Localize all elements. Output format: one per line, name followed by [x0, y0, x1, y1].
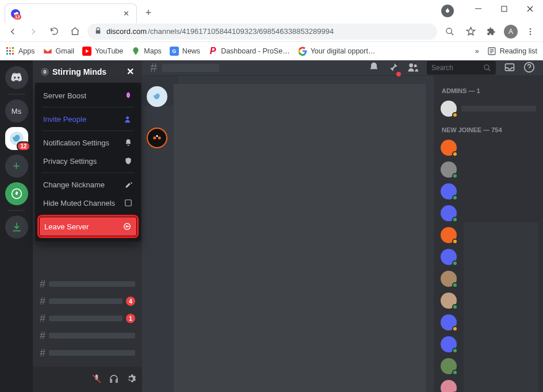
channel-sidebar: 0Stirring Minds ✕ Server Boost Invite Pe… [33, 60, 142, 392]
server-menu: Server Boost Invite People Notification … [35, 83, 141, 241]
close-icon[interactable]: ✕ [127, 66, 134, 77]
search-icon [483, 64, 491, 72]
menu-label: Server Boost [43, 91, 86, 100]
server-header[interactable]: 0Stirring Minds ✕ [33, 60, 142, 83]
svg-point-4 [530, 30, 531, 32]
window-minimize-button[interactable] [465, 0, 491, 17]
channel-item[interactable]: #4 [36, 293, 139, 310]
nav-reload-button[interactable] [46, 24, 62, 40]
browser-toolbar: discord.com/channels/419617105844109323/… [0, 21, 543, 42]
bookmark-star-icon[interactable] [462, 24, 479, 40]
menu-invite-people[interactable]: Invite People [39, 110, 137, 128]
svg-rect-12 [6, 53, 8, 55]
reading-list-button[interactable]: Reading list [487, 47, 537, 56]
deafen-icon[interactable] [109, 374, 119, 386]
bookmarks-bar: Apps Gmail YouTube Maps GNews PDashboard… [0, 42, 543, 60]
channel-title [162, 64, 219, 72]
browser-profile-avatar[interactable]: A [504, 25, 518, 39]
menu-hide-muted[interactable]: Hide Muted Channels [39, 194, 137, 212]
bookmark-label: Maps [144, 47, 162, 55]
guild-rail: Ms 12 + [0, 60, 33, 392]
svg-point-5 [530, 33, 531, 35]
lock-icon [94, 27, 102, 36]
embedded-image[interactable] [174, 84, 426, 392]
guild-ms[interactable]: Ms [5, 99, 28, 122]
channel-item[interactable]: # [36, 344, 139, 362]
browser-tab[interactable]: 12 ✕ [5, 3, 137, 23]
zoom-search-icon[interactable] [442, 24, 458, 40]
guild-download-button[interactable] [5, 216, 28, 239]
member-item[interactable] [438, 137, 538, 159]
bookmark-news[interactable]: GNews [170, 47, 200, 56]
svg-rect-9 [6, 50, 8, 52]
guild-add-button[interactable]: + [5, 155, 28, 178]
members-overlay-image [464, 222, 538, 392]
member-item[interactable] [438, 159, 538, 180]
bookmark-digital[interactable]: Your digital opport… [298, 47, 376, 56]
url-field[interactable]: discord.com/channels/419617105844109323/… [87, 24, 437, 40]
member-item[interactable] [438, 202, 538, 224]
bookmarks-overflow[interactable]: » [475, 47, 479, 55]
extensions-icon[interactable] [483, 24, 499, 40]
mute-icon[interactable] [91, 374, 102, 386]
help-icon[interactable] [523, 62, 535, 75]
new-tab-button[interactable]: + [140, 5, 156, 21]
svg-rect-6 [6, 47, 8, 49]
message-avatar[interactable] [147, 128, 167, 148]
guild-home[interactable] [5, 66, 28, 89]
pencil-icon [124, 180, 133, 189]
bookmark-dashboard[interactable]: PDashboard - ProSe… [208, 47, 290, 56]
menu-leave-server[interactable]: Leave Server [40, 217, 136, 236]
bookmark-gmail[interactable]: Gmail [43, 47, 75, 56]
member-item[interactable] [438, 98, 538, 120]
gear-icon[interactable] [126, 374, 136, 386]
unread-badge: 4 [126, 297, 135, 306]
user-area [33, 367, 142, 392]
maps-icon [131, 47, 140, 56]
svg-rect-10 [9, 50, 11, 52]
bell-icon [124, 138, 133, 147]
svg-rect-13 [9, 53, 11, 55]
nav-forward-button[interactable] [25, 24, 41, 40]
browser-menu-icon[interactable] [522, 24, 538, 40]
members-panel: ADMINS — 1 NEW JOINEE — 754 [434, 76, 543, 392]
bookmark-youtube[interactable]: YouTube [82, 47, 123, 56]
guild-selected[interactable]: 12 [5, 127, 28, 150]
discord-app: Ms 12 + 0Stirring Minds ✕ Server Boost I… [0, 60, 543, 392]
search-input[interactable]: Search [427, 61, 496, 75]
inbox-icon[interactable] [504, 62, 515, 75]
menu-change-nickname[interactable]: Change Nickname [39, 175, 137, 194]
svg-point-30 [156, 135, 158, 137]
guild-badge: 12 [17, 141, 30, 151]
reading-list-icon [487, 47, 496, 56]
window-close-button[interactable] [517, 0, 543, 17]
menu-notification-settings[interactable]: Notification Settings [39, 133, 137, 152]
hash-icon: # [40, 278, 45, 290]
menu-server-boost[interactable]: Server Boost [39, 86, 137, 105]
hash-icon: # [40, 330, 45, 342]
menu-privacy-settings[interactable]: Privacy Settings [39, 152, 137, 170]
guild-explore-button[interactable] [5, 182, 28, 205]
tab-close-icon[interactable]: ✕ [121, 9, 131, 18]
nav-back-button[interactable] [5, 24, 21, 40]
guild-separator [8, 94, 25, 95]
member-item[interactable] [438, 180, 538, 202]
members-icon[interactable] [407, 62, 419, 75]
hash-icon: # [40, 295, 45, 308]
message-avatar[interactable] [147, 86, 167, 107]
bookmark-maps[interactable]: Maps [131, 47, 162, 56]
window-maximize-button[interactable] [491, 0, 517, 17]
channel-category[interactable]: ▾GENERAL [36, 362, 139, 367]
channel-item[interactable]: #1 [36, 310, 139, 327]
notifications-icon[interactable] [368, 62, 380, 75]
invite-icon [124, 114, 133, 124]
channel-list: # #4 #1 # # ▾GENERAL #7 # # [33, 273, 142, 367]
profile-indicator-icon[interactable] [441, 5, 454, 17]
bookmark-apps[interactable]: Apps [6, 47, 35, 56]
nav-home-button[interactable] [67, 24, 83, 40]
svg-rect-7 [9, 47, 11, 49]
svg-rect-1 [502, 6, 507, 11]
pinned-icon[interactable] [388, 62, 399, 75]
channel-item[interactable]: # [36, 275, 139, 293]
channel-item[interactable]: # [36, 327, 139, 344]
